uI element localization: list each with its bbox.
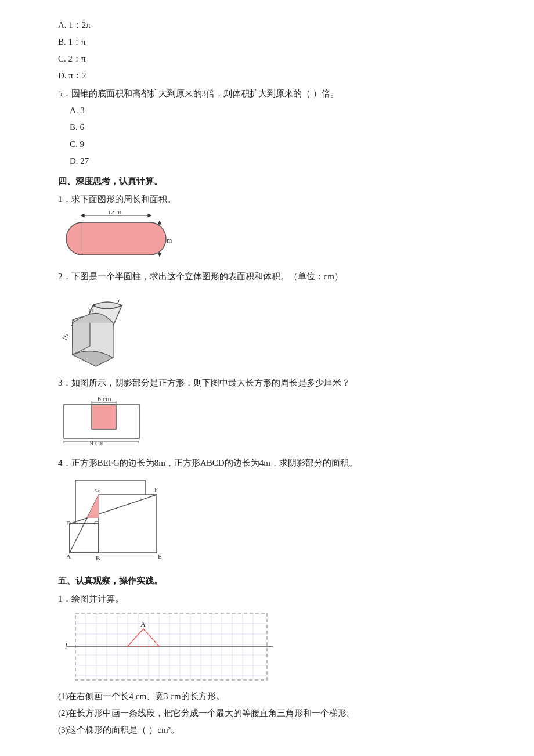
svg-text:A: A xyxy=(66,553,71,560)
q4-1-figure: 12 m 8 m xyxy=(58,211,488,263)
section5-title: 五、认真观察，操作实践。 xyxy=(58,573,488,589)
q5-1-sub3: (3)这个梯形的面积是（ ）cm²。 xyxy=(58,722,488,738)
svg-text:6 cm: 6 cm xyxy=(98,395,111,403)
q5-opt-a: A. 3 xyxy=(58,103,488,118)
q5-opt-d: D. 27 xyxy=(58,153,488,169)
q5-1-sub2: (2)在长方形中画一条线段，把它分成一个最大的等腰直角三角形和一个梯形。 xyxy=(58,705,488,721)
svg-text:12 m: 12 m xyxy=(107,211,122,216)
q4-4-figure: A B E D C G F xyxy=(58,474,488,567)
q5-1-sub1: (1)在右侧画一个长4 cm、宽3 cm的长方形。 xyxy=(58,689,488,704)
svg-text:E: E xyxy=(158,553,162,560)
q4-1-text: 1．求下面图形的周长和面积。 xyxy=(58,192,488,207)
svg-text:F: F xyxy=(154,486,158,493)
figure1-svg: 12 m 8 m xyxy=(58,211,174,263)
q4-3-text: 3．如图所示，阴影部分是正方形，则下图中最大长方形的周长是多少厘米？ xyxy=(58,375,488,391)
figure3-svg: 6 cm 9 cm xyxy=(58,394,163,449)
q5-text: 5．圆锥的底面积和高都扩大到原来的3倍，则体积扩大到原来的（ ）倍。 xyxy=(58,86,488,102)
section4-title: 四、深度思考，认真计算。 xyxy=(58,174,488,189)
option-c-prev: C. 2：π xyxy=(58,51,488,67)
svg-text:l: l xyxy=(65,642,67,650)
svg-text:2: 2 xyxy=(116,298,120,306)
svg-text:2: 2 xyxy=(91,302,95,310)
svg-rect-15 xyxy=(92,405,116,429)
svg-rect-25 xyxy=(70,524,99,553)
svg-text:B: B xyxy=(96,555,100,561)
svg-text:G: G xyxy=(95,486,100,493)
svg-text:D: D xyxy=(66,520,71,527)
figure2-svg: 2 10 2 10 xyxy=(58,288,151,369)
q4-2-text: 2．下图是一个半圆柱，求出这个立体图形的表面积和体积。（单位：cm） xyxy=(58,269,488,285)
svg-text:9 cm: 9 cm xyxy=(90,439,104,447)
svg-text:10: 10 xyxy=(60,332,70,342)
svg-rect-24 xyxy=(99,495,157,553)
q4-2-figure: 2 10 2 10 xyxy=(58,288,488,369)
svg-text:A: A xyxy=(140,620,146,628)
option-a-prev: A. 1：2π xyxy=(58,17,488,33)
q5-opt-c: C. 9 xyxy=(58,136,488,152)
q4-3-figure: 6 cm 9 cm xyxy=(58,394,488,449)
option-b-prev: B. 1：π xyxy=(58,34,488,50)
option-d-prev: D. π：2 xyxy=(58,68,488,84)
figure5-svg: l A xyxy=(64,610,273,683)
figure4-svg: A B E D C G F xyxy=(58,474,186,567)
q5-1-figure: l A xyxy=(64,610,488,683)
svg-text:C: C xyxy=(94,520,98,527)
q5-opt-b: B. 6 xyxy=(58,120,488,135)
q5-1-text: 1．绘图并计算。 xyxy=(58,591,488,607)
q4-4-text: 4．正方形BEFG的边长为8m，正方形ABCD的边长为4m，求阴影部分的面积。 xyxy=(58,455,488,471)
svg-rect-4 xyxy=(82,222,150,255)
